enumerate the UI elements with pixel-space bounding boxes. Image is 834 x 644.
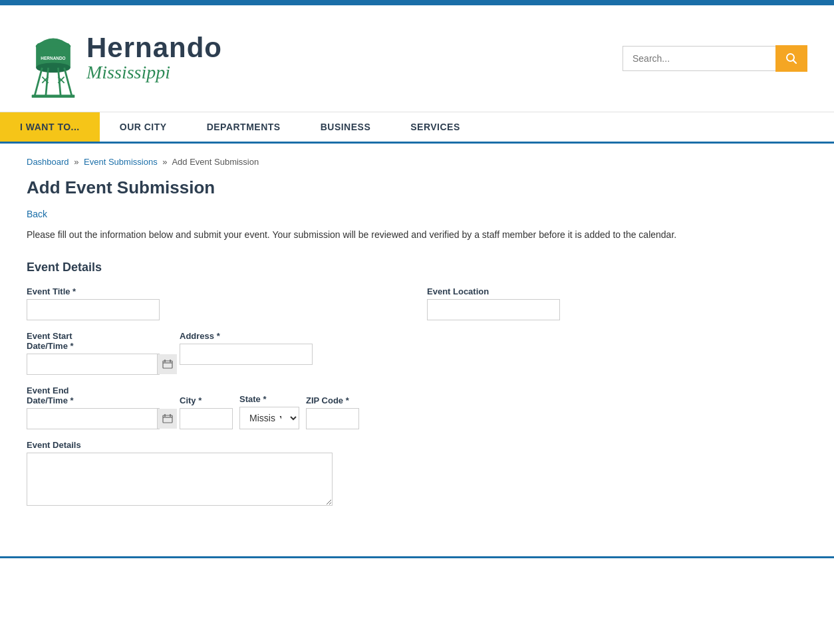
logo-text: Hernando Mississippi (86, 34, 222, 83)
breadcrumb-separator-1: » (74, 157, 78, 167)
search-input[interactable] (623, 46, 775, 71)
breadcrumb-dashboard[interactable]: Dashboard (27, 157, 69, 167)
search-area (623, 45, 807, 72)
page-title: Add Event Submission (27, 177, 807, 198)
page-description: Please fill out the information below an… (27, 227, 807, 242)
breadcrumb-current: Add Event Submission (172, 157, 259, 167)
event-location-input[interactable] (427, 299, 560, 320)
svg-rect-16 (163, 361, 172, 368)
breadcrumb-separator-2: » (162, 157, 167, 167)
event-end-label: Event EndDate/Time * (27, 385, 160, 405)
svg-text:HERNANDO: HERNANDO (41, 56, 65, 60)
main-content: Dashboard » Event Submissions » Add Even… (0, 144, 834, 543)
form-group-event-location: Event Location (427, 286, 807, 320)
logo-area: HERNANDO Hernando Mississippi (27, 19, 222, 98)
form-group-event-details: Event Details (27, 440, 333, 506)
event-start-label: Event StartDate/Time * (27, 331, 160, 351)
nav-item-our-city[interactable]: OUR CITY (100, 112, 187, 142)
logo-tower-icon: HERNANDO (27, 19, 80, 98)
form-group-event-start: Event StartDate/Time * (27, 331, 160, 375)
city-input[interactable] (180, 408, 233, 429)
event-details-label: Event Details (27, 440, 333, 450)
form-group-address: Address * (180, 331, 313, 375)
nav-inner: I WANT TO... OUR CITY DEPARTMENTS BUSINE… (0, 112, 834, 142)
event-title-input[interactable] (27, 299, 160, 320)
form-group-city-state-zip: City * State * Missis ▼ Alabama Alaska M… (180, 385, 359, 429)
event-start-input[interactable] (27, 354, 157, 374)
form-row-2: Event StartDate/Time * Address * (27, 331, 807, 375)
event-location-label: Event Location (427, 286, 807, 296)
svg-rect-13 (32, 94, 75, 98)
zip-input[interactable] (306, 408, 359, 429)
main-nav: I WANT TO... OUR CITY DEPARTMENTS BUSINE… (0, 112, 834, 144)
event-start-date-wrapper (27, 354, 160, 375)
nav-item-i-want-to[interactable]: I WANT TO... (0, 112, 100, 142)
nav-item-departments[interactable]: DEPARTMENTS (187, 112, 301, 142)
nav-item-business[interactable]: BUSINESS (301, 112, 391, 142)
form-group-zip: ZIP Code * (306, 395, 359, 429)
search-icon (785, 53, 797, 64)
city-label: City * (180, 395, 233, 405)
event-details-textarea[interactable] (27, 453, 333, 506)
bottom-border (0, 556, 834, 558)
form-group-state: State * Missis ▼ Alabama Alaska Mississi… (239, 394, 299, 429)
event-end-date-wrapper (27, 408, 160, 429)
state-select[interactable]: Missis ▼ Alabama Alaska Mississippi (239, 407, 299, 429)
form-group-city: City * (180, 395, 233, 429)
address-label: Address * (180, 331, 313, 341)
site-subtitle: Mississippi (86, 62, 222, 83)
zip-label: ZIP Code * (306, 395, 359, 405)
form-row-3: Event EndDate/Time * City * S (27, 385, 807, 429)
address-input[interactable] (180, 344, 313, 365)
site-name: Hernando (86, 34, 222, 62)
site-header: HERNANDO Hernando Mississippi (0, 5, 834, 112)
calendar-icon-svg (162, 359, 173, 370)
breadcrumb-event-submissions[interactable]: Event Submissions (84, 157, 158, 167)
calendar-end-icon-svg (162, 413, 173, 424)
svg-line-5 (65, 68, 72, 96)
search-button[interactable] (775, 45, 807, 72)
event-start-calendar-icon[interactable] (157, 354, 177, 374)
form-group-event-title: Event Title * (27, 286, 407, 320)
state-label: State * (239, 394, 299, 404)
breadcrumb: Dashboard » Event Submissions » Add Even… (27, 157, 807, 167)
event-title-label: Event Title * (27, 286, 407, 296)
form-row-1: Event Title * Event Location (27, 286, 807, 320)
form-row-4: Event Details (27, 440, 807, 506)
top-bar (0, 0, 834, 5)
svg-line-4 (35, 68, 42, 96)
section-title-event-details: Event Details (27, 261, 807, 274)
form-group-event-end: Event EndDate/Time * (27, 385, 160, 429)
svg-rect-20 (163, 415, 172, 423)
nav-item-services[interactable]: SERVICES (390, 112, 480, 142)
svg-line-15 (793, 60, 797, 64)
back-link[interactable]: Back (27, 209, 47, 219)
event-end-calendar-icon[interactable] (157, 409, 177, 429)
event-end-input[interactable] (27, 409, 157, 429)
